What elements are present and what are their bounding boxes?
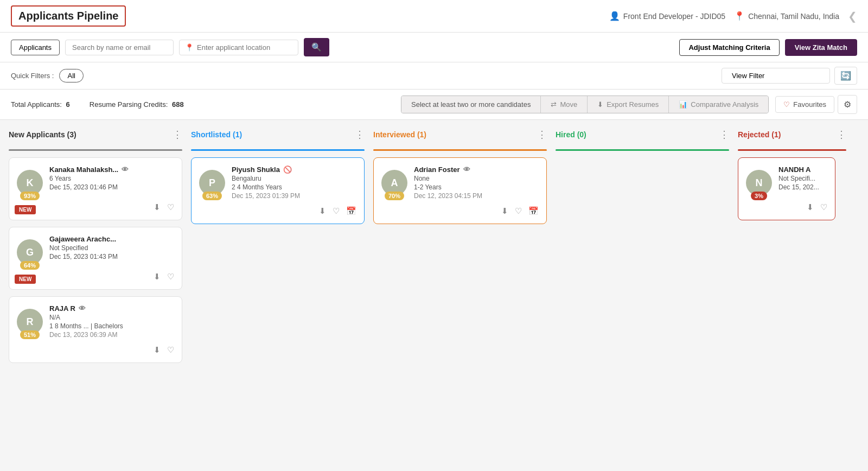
eye-icon[interactable]: 👁 [122, 166, 129, 174]
card-experience: Dec 15, 2023 01:43 PM [49, 253, 174, 260]
card-actions: ⬇♡ [17, 345, 174, 355]
search-button[interactable]: 🔍 [304, 38, 329, 56]
favourite-icon[interactable]: ♡ [167, 272, 174, 282]
download-resume-icon[interactable]: ⬇ [319, 206, 326, 216]
applicant-card[interactable]: N3%NANDH ANot Specifi...Dec 15, 202...⬇♡ [738, 157, 835, 220]
analysis-action[interactable]: 📊 Comparative Analysis [669, 96, 768, 113]
download-icon: ⬇ [597, 100, 603, 109]
col-divider-shortlisted [191, 149, 365, 151]
card-experience: 1 8 Months ... | Bachelors [49, 322, 174, 330]
eye-icon[interactable]: 👁 [463, 166, 470, 174]
card-date: Dec 13, 2023 06:39 AM [49, 331, 174, 339]
credits-label: Resume Parsing Credits: 688 [90, 100, 184, 109]
col-dots-new[interactable]: ⋮ [173, 129, 182, 141]
column-rejected: Rejected (1)⋮N3%NANDH ANot Specifi...Dec… [738, 129, 846, 227]
card-location: Not Specified [49, 244, 174, 252]
view-filter-button[interactable]: View Filter [722, 68, 830, 84]
card-location: N/A [49, 314, 174, 321]
applicant-name: Gajaweera Arachc... [49, 235, 116, 243]
col-title-rejected: Rejected (1) [738, 130, 781, 139]
avatar: P63% [199, 170, 225, 196]
adjust-matching-button[interactable]: Adjust Matching Criteria [679, 39, 779, 56]
avatar: G64% [17, 239, 43, 265]
download-resume-icon[interactable]: ⬇ [501, 206, 508, 216]
location-text: Chennai, Tamil Nadu, India [748, 12, 839, 21]
job-info: 👤 Front End Developer - JDID05 [609, 11, 725, 21]
collapse-arrow[interactable]: ❮ [848, 10, 857, 23]
location-input[interactable] [197, 43, 292, 52]
favourite-icon[interactable]: ♡ [167, 345, 174, 355]
avatar: N3% [746, 170, 772, 196]
select-candidates-info: Select at least two or more candidates [401, 96, 541, 113]
col-header-interviewed: Interviewed (1)⋮ [373, 129, 547, 145]
applicant-card[interactable]: A70%Adrian Foster👁None1-2 YearsDec 12, 2… [373, 157, 547, 224]
export-action[interactable]: ⬇ Export Resumes [588, 96, 669, 113]
card-info: Kanaka Mahalaksh...👁6 YearsDec 15, 2023 … [49, 166, 174, 191]
download-resume-icon[interactable]: ⬇ [154, 202, 161, 212]
applicant-name: RAJA R [49, 304, 75, 313]
col-dots-interviewed[interactable]: ⋮ [537, 129, 547, 141]
card-top: N3%NANDH ANot Specifi...Dec 15, 202... [746, 166, 827, 196]
col-header-new: New Applicants (3)⋮ [9, 129, 182, 145]
location-pin-icon: 📍 [185, 43, 194, 52]
download-resume-icon[interactable]: ⬇ [154, 272, 161, 282]
favourite-icon[interactable]: ♡ [820, 202, 827, 212]
move-action[interactable]: ⇄ Move [541, 96, 588, 113]
calendar-icon[interactable]: 📅 [346, 206, 356, 216]
location-input-wrap: 📍 [179, 40, 298, 55]
search-input[interactable] [65, 40, 174, 55]
card-top: A70%Adrian Foster👁None1-2 YearsDec 12, 2… [381, 166, 539, 200]
eye-slash-icon[interactable]: 🚫 [283, 166, 292, 174]
col-title-shortlisted: Shortlisted (1) [191, 130, 242, 139]
column-hired: Hired (0)⋮ [556, 129, 729, 157]
card-info: RAJA R👁N/A1 8 Months ... | BachelorsDec … [49, 304, 174, 339]
applicant-name: Kanaka Mahalaksh... [49, 166, 118, 174]
refresh-icon[interactable]: 🔄 [834, 67, 857, 85]
card-name: NANDH A [778, 166, 827, 174]
col-divider-hired [556, 149, 729, 151]
new-badge: NEW [15, 275, 36, 284]
card-actions: ⬇♡ [17, 202, 174, 212]
favourites-button[interactable]: ♡ Favourites [775, 96, 834, 113]
column-shortlisted: Shortlisted (1)⋮P63%Piyush Shukla🚫Bengal… [191, 129, 365, 231]
card-name: Gajaweera Arachc... [49, 235, 174, 243]
col-divider-new [9, 149, 182, 151]
card-location: Not Specifi... [778, 175, 827, 182]
applicant-card[interactable]: K93%Kanaka Mahalaksh...👁6 YearsDec 15, 2… [9, 157, 182, 220]
settings-button[interactable]: ⚙ [838, 95, 857, 114]
view-zita-match-button[interactable]: View Zita Match [785, 39, 857, 56]
card-name: Piyush Shukla🚫 [232, 166, 356, 174]
eye-icon[interactable]: 👁 [79, 304, 86, 313]
download-resume-icon[interactable]: ⬇ [807, 202, 814, 212]
col-dots-shortlisted[interactable]: ⋮ [355, 129, 365, 141]
card-name: Adrian Foster👁 [414, 166, 539, 174]
favourite-icon[interactable]: ♡ [515, 206, 522, 216]
favourite-icon[interactable]: ♡ [167, 202, 174, 212]
toolbar: Applicants 📍 🔍 Adjust Matching Criteria … [0, 33, 868, 62]
col-title-interviewed: Interviewed (1) [373, 130, 426, 139]
card-info: Gajaweera Arachc...Not SpecifiedDec 15, … [49, 235, 174, 260]
card-top: G64%Gajaweera Arachc...Not SpecifiedDec … [17, 235, 174, 265]
applicant-card[interactable]: G64%Gajaweera Arachc...Not SpecifiedDec … [9, 227, 182, 290]
calendar-icon[interactable]: 📅 [528, 206, 539, 216]
applicant-name: NANDH A [778, 166, 810, 174]
card-actions: ⬇♡📅 [199, 206, 356, 216]
col-dots-rejected[interactable]: ⋮ [837, 129, 846, 141]
applicant-card[interactable]: P63%Piyush Shukla🚫Bengaluru2 4 Months Ye… [191, 157, 365, 224]
header: Applicants Pipeline 👤 Front End Develope… [0, 0, 868, 33]
card-experience: Dec 15, 2023 01:46 PM [49, 183, 174, 191]
applicant-card[interactable]: R51%RAJA R👁N/A1 8 Months ... | Bachelors… [9, 296, 182, 363]
card-date: Dec 15, 2023 01:39 PM [232, 192, 356, 200]
download-resume-icon[interactable]: ⬇ [154, 345, 161, 355]
filter-all-button[interactable]: All [59, 69, 83, 82]
move-icon: ⇄ [551, 100, 557, 109]
header-right: 👤 Front End Developer - JDID05 📍 Chennai… [609, 10, 857, 23]
col-dots-hired[interactable]: ⋮ [719, 129, 729, 141]
favourite-icon[interactable]: ♡ [333, 206, 340, 216]
column-interviewed: Interviewed (1)⋮A70%Adrian Foster👁None1-… [373, 129, 547, 231]
stats-row: Total Applicants: 6 Resume Parsing Credi… [0, 90, 868, 120]
tab-applicants[interactable]: Applicants [11, 40, 60, 55]
avatar: R51% [17, 309, 43, 335]
applicant-name: Piyush Shukla [232, 166, 280, 174]
action-bar: Select at least two or more candidates ⇄… [401, 95, 857, 114]
